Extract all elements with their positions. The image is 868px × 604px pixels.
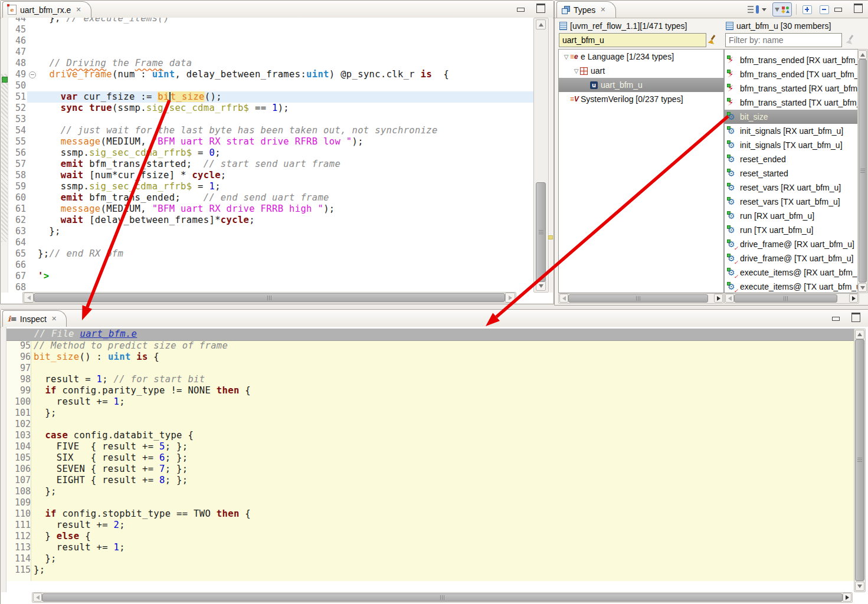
code-line[interactable]: 95// Method to predict size of frame: [6, 340, 854, 352]
inspect-code-area[interactable]: 95// Method to predict size of frame96bi…: [6, 340, 854, 576]
member-item[interactable]: ⚙✓reset_started: [725, 166, 858, 180]
scroll-right-icon[interactable]: [505, 293, 515, 303]
member-item[interactable]: ⚙✓drive_frame@ [TX uart_bfm_u]: [725, 251, 858, 265]
members-vscrollbar[interactable]: [857, 49, 868, 293]
code-line[interactable]: 100 result += 1;: [6, 396, 854, 408]
code-line[interactable]: 64: [1, 237, 533, 248]
tree-item-e[interactable]: ▽≡ee Language [1/234 types]: [559, 50, 723, 64]
member-filter-input[interactable]: [725, 33, 842, 47]
code-line[interactable]: 46: [1, 35, 533, 47]
code-line[interactable]: 105 SIX { result += 6; };: [6, 452, 854, 464]
code-line[interactable]: 110 if config.stopbit_type == TWO then {: [6, 508, 854, 520]
close-icon[interactable]: ✕: [51, 315, 57, 323]
collapse-all-icon[interactable]: [818, 3, 831, 16]
member-item[interactable]: ⚙✓execute_items@ [TX uart_bfm_u]: [725, 280, 858, 293]
scroll-down-icon[interactable]: [855, 582, 864, 591]
code-line[interactable]: 67'>: [1, 271, 533, 282]
scroll-right-icon[interactable]: [714, 294, 723, 303]
code-line[interactable]: 55 message(MEDIUM, "BFM uart RX strat dr…: [1, 136, 533, 147]
editor-hscrollbar[interactable]: [22, 292, 516, 303]
type-filter-input[interactable]: [559, 33, 706, 47]
code-line[interactable]: 53: [1, 114, 533, 125]
scroll-left-icon[interactable]: [33, 593, 42, 602]
code-line[interactable]: 108 };: [6, 486, 854, 497]
member-item[interactable]: ⚡✓bfm_trans_ended [RX uart_bfm_u]: [725, 53, 858, 67]
group-by-icon[interactable]: [772, 2, 792, 17]
code-line[interactable]: 54 // just wait for the last byte has be…: [1, 125, 533, 136]
code-line[interactable]: 48 // Driving the Frame data: [1, 58, 533, 69]
expander-icon[interactable]: ▽: [572, 68, 580, 74]
member-item[interactable]: ⚙✓run [TX uart_bfm_u]: [725, 223, 858, 237]
member-item[interactable]: ⚙✓execute_items@ [RX uart_bfm_u]: [725, 265, 858, 280]
code-line[interactable]: 63 };: [1, 226, 533, 237]
scroll-right-icon[interactable]: [849, 294, 858, 303]
code-line[interactable]: 106 SEVEN { result += 7; };: [6, 464, 854, 475]
inspect-vscrollbar[interactable]: [854, 329, 866, 592]
scroll-thumb[interactable]: [734, 294, 837, 303]
occurrence-marker[interactable]: [548, 235, 553, 239]
member-item[interactable]: ⚙✓reset_vars [TX uart_bfm_u]: [725, 195, 858, 209]
scroll-thumb[interactable]: [855, 339, 864, 581]
clear-filter-icon[interactable]: [707, 34, 718, 45]
code-line[interactable]: 99 if config.parity_type != NONE then {: [6, 385, 854, 396]
code-line[interactable]: 101 };: [6, 408, 854, 419]
scroll-left-icon[interactable]: [559, 294, 568, 303]
code-line[interactable]: 114 };: [6, 553, 854, 564]
minimize-icon[interactable]: [832, 4, 844, 14]
member-item[interactable]: ⚙✓reset_ended: [725, 152, 858, 166]
scroll-thumb[interactable]: [34, 293, 505, 302]
tree-item-uart_bfm_u[interactable]: uuart_bfm_u: [559, 78, 723, 92]
maximize-icon[interactable]: [852, 4, 864, 14]
code-line[interactable]: 98 result = 1; // for start bit: [6, 374, 854, 385]
code-line[interactable]: 61 message(MEDIUM, "BFM uart RX drive FR…: [1, 203, 533, 215]
code-line[interactable]: 58 wait [num*cur_fsize] * cycle;: [1, 170, 533, 181]
tab-types[interactable]: Types ✕: [556, 1, 616, 18]
scroll-left-icon[interactable]: [725, 294, 734, 303]
members-list[interactable]: ⚙✓⚡✓bfm_trans_ended [RX uart_bfm_u]⚡✓bfm…: [724, 49, 859, 293]
expand-all-icon[interactable]: [801, 3, 814, 16]
member-item[interactable]: ⚡✓bfm_trans_started [TX uart_bfm_u]: [725, 96, 858, 110]
close-icon[interactable]: ✕: [76, 6, 81, 14]
code-line[interactable]: 45: [1, 24, 533, 35]
scroll-down-icon[interactable]: [858, 283, 867, 292]
code-line[interactable]: 104 FIVE { result += 5; };: [6, 441, 854, 452]
maximize-icon[interactable]: [535, 4, 546, 14]
code-line[interactable]: 107 EIGHT { result += 8; };: [6, 475, 854, 486]
code-line[interactable]: 49 drive_frame(num : uint, delay_between…: [1, 69, 533, 80]
member-item[interactable]: ⚙✓init_signals [RX uart_bfm_u]: [725, 124, 858, 138]
code-line[interactable]: 103 case config.databit_type {: [6, 430, 854, 441]
code-line[interactable]: 59 ssmp.sig_sec_cdma_rfrb$ = 1;: [1, 181, 533, 192]
code-line[interactable]: 68: [1, 282, 533, 293]
code-line[interactable]: 50: [1, 80, 533, 91]
member-item[interactable]: ⚙✓reset_vars [RX uart_bfm_u]: [725, 180, 858, 195]
code-line[interactable]: 56 ssmp.sig_sec_cdma_rfrb$ = 0;: [1, 147, 533, 159]
types-tree[interactable]: ▽≡ee Language [1/234 types]▽uartuuart_bf…: [558, 49, 724, 293]
overview-ruler[interactable]: [549, 18, 553, 293]
code-line[interactable]: 109: [6, 497, 854, 508]
scroll-thumb[interactable]: [568, 294, 708, 303]
code-line[interactable]: 52 sync true(ssmp.sig_sec_cdma_rfrb$ == …: [1, 103, 533, 114]
view-menu-icon[interactable]: [746, 3, 768, 16]
file-link[interactable]: uart_bfm.e: [80, 329, 137, 339]
code-line[interactable]: 112 } else {: [6, 531, 854, 542]
code-line[interactable]: 66: [1, 260, 533, 271]
editor-code-area[interactable]: 44 }; // execute_items()45464748 // Driv…: [1, 18, 533, 293]
tab-inspect[interactable]: i≡ Inspect ✕: [2, 310, 67, 327]
code-line[interactable]: 44 }; // execute_items(): [1, 18, 533, 24]
member-item-partial[interactable]: ⚙✓: [725, 49, 858, 53]
tree-item-systemverilog[interactable]: ≡VSystemVerilog [0/237 types]: [559, 92, 723, 106]
member-item[interactable]: ⚙✓bit_size: [725, 110, 858, 124]
scroll-down-icon[interactable]: [536, 281, 546, 291]
close-icon[interactable]: ✕: [600, 6, 605, 14]
scroll-left-icon[interactable]: [24, 293, 34, 303]
code-line[interactable]: 111 result += 2;: [6, 520, 854, 531]
code-line[interactable]: 62 wait [delay_between_frames]*cycle;: [1, 215, 533, 226]
scroll-thumb[interactable]: [536, 182, 546, 282]
tree-hscrollbar[interactable]: [558, 293, 724, 304]
code-line[interactable]: 102: [6, 419, 854, 430]
code-line[interactable]: 60 emit bfm_trans_ended; // end send uar…: [1, 192, 533, 203]
member-item[interactable]: ⚙✓drive_frame@ [RX uart_bfm_u]: [725, 237, 858, 251]
code-line[interactable]: 57 emit bfm_trans_started; // start send…: [1, 159, 533, 170]
member-item[interactable]: ⚙✓run [RX uart_bfm_u]: [725, 209, 858, 223]
collapse-fold-icon[interactable]: [29, 71, 36, 78]
